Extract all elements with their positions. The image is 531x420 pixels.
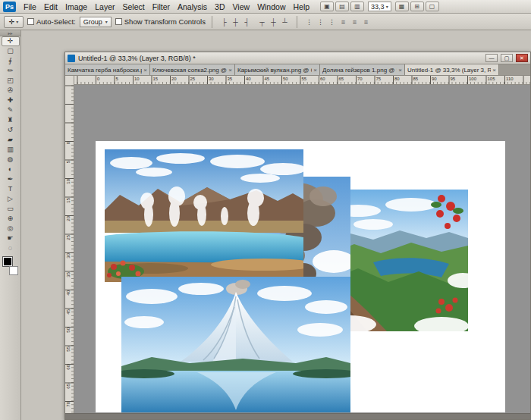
menu-item-3d[interactable]: 3D [211, 1, 228, 13]
type-tool[interactable]: T [2, 184, 20, 194]
menu-item-analysis[interactable]: Analysis [174, 1, 211, 13]
menu-item-help[interactable]: Help [289, 1, 313, 13]
tab-label: Камчатка герба наброски.png @ ... [68, 67, 142, 74]
tab-label: Untitled-1 @ 33,3% (Layer 3, RGB/8) [407, 67, 491, 74]
brush-tool[interactable]: ✎ [2, 105, 20, 115]
ruler-number: 30 [209, 77, 214, 81]
3d-rotate-tool[interactable]: ⊕ [2, 214, 20, 224]
ruler-number: 35 [66, 272, 71, 277]
background-color-swatch[interactable] [9, 266, 18, 275]
menu-item-window[interactable]: Window [253, 1, 289, 13]
menu-item-image[interactable]: Image [61, 1, 91, 13]
appbar-right-button-1[interactable]: ⊞ [410, 2, 424, 11]
align-button-4[interactable]: ┼ [268, 16, 279, 27]
path-selection-tool[interactable]: ▷ [2, 194, 20, 204]
appbar-left-button-0[interactable]: ▣ [320, 2, 334, 11]
chevron-down-icon: ▾ [105, 19, 108, 24]
tab-close-icon[interactable]: × [492, 67, 496, 74]
tab-close-icon[interactable]: × [398, 67, 402, 74]
ruler-number: 20 [171, 77, 177, 81]
auto-select-checkbox[interactable] [27, 18, 34, 25]
document-tab-1[interactable]: Ключевская сопка2.png @ 66,7 ...× [150, 64, 235, 75]
auto-select-target-dropdown[interactable]: Group ▾ [80, 17, 112, 27]
photoshop-logo-icon: Ps [3, 2, 16, 12]
clone-stamp-tool[interactable]: ♜ [2, 115, 20, 125]
zoom-level-field[interactable]: 33,3 ▾ [368, 2, 391, 11]
geysers-valley-photo[interactable] [105, 149, 303, 282]
distribute-button-2[interactable]: ⋮ [326, 16, 338, 27]
foreground-color-swatch[interactable] [3, 257, 12, 266]
align-button-2[interactable]: ┤ [241, 16, 253, 27]
distribute-button-3[interactable]: ≡ [338, 16, 349, 27]
show-transform-checkbox[interactable] [115, 18, 122, 25]
tab-close-icon[interactable]: × [313, 67, 317, 74]
distribute-group: ⋮⋮⋮≡≡≡ [303, 16, 372, 27]
close-button[interactable]: ✕ [516, 54, 528, 62]
document-tab-2[interactable]: Карымский вулкан.png @ 66,7% (...× [235, 64, 320, 75]
3d-orbit-tool[interactable]: ◎ [2, 224, 20, 234]
history-brush-tool[interactable]: ↺ [2, 125, 20, 135]
quick-selection-tool[interactable]: ✏ [2, 66, 20, 76]
distribute-button-0[interactable]: ⋮ [303, 16, 315, 27]
shape-tool[interactable]: ▭ [2, 204, 20, 214]
vertical-ruler[interactable]: 0510152025303540455055606570 [65, 85, 74, 413]
appbar-right-button-2[interactable]: ▢ [426, 2, 439, 11]
appbar-right-button-0[interactable]: ▦ [395, 2, 409, 11]
eyedropper-tool[interactable]: ✇ [2, 86, 20, 96]
zoom-tool[interactable]: ◌ [2, 243, 20, 253]
document-tab-3[interactable]: Долина гейзеров 1.png @ 50% (R...× [320, 64, 405, 75]
document-tab-0[interactable]: Камчатка герба наброски.png @ ...× [65, 64, 150, 75]
lasso-tool[interactable]: ∮ [2, 56, 20, 66]
healing-brush-tool[interactable]: ✚ [2, 96, 20, 105]
tab-label: Долина гейзеров 1.png @ 50% (R... [322, 67, 397, 74]
document-title-bar[interactable]: Untitled-1 @ 33,3% (Layer 3, RGB/8) * — … [65, 52, 530, 64]
document-viewport[interactable] [74, 85, 530, 413]
dodge-tool[interactable]: ◐ [2, 165, 20, 174]
minimize-button[interactable]: — [485, 54, 498, 62]
distribute-button-5[interactable]: ≡ [360, 16, 372, 27]
ruler-number: 5 [66, 161, 71, 163]
appbar-left-button-2[interactable]: ▥ [350, 2, 364, 11]
snowy-volcano-lake-photo[interactable] [121, 277, 350, 412]
toolbox-tools: ✛▢∮✏◰✇✚✎♜↺▰▥◍◐✒T▷▭⊕◎☛◌ [0, 36, 20, 253]
menu-item-edit[interactable]: Edit [40, 1, 61, 13]
restore-button[interactable]: ▢ [501, 54, 513, 62]
appbar-left-button-1[interactable]: ▤ [335, 2, 349, 11]
horizontal-ruler[interactable]: 0510152025303540455055606570758085909510… [74, 76, 530, 84]
rectangular-marquee-tool[interactable]: ▢ [2, 46, 20, 56]
canvas[interactable] [96, 141, 505, 412]
align-button-1[interactable]: ┼ [230, 16, 241, 27]
appbar-left-buttons: ▣▤▥ [319, 2, 365, 11]
tab-close-icon[interactable]: × [228, 67, 232, 74]
eraser-tool[interactable]: ▰ [2, 135, 20, 145]
ruler-number: 40 [66, 290, 71, 296]
align-button-3[interactable]: ┬ [256, 16, 268, 27]
ruler-number: 100 [469, 77, 476, 81]
menu-item-file[interactable]: File [20, 1, 40, 13]
menu-item-layer[interactable]: Layer [91, 1, 118, 13]
ruler-number: 10 [134, 77, 140, 81]
ruler-number: 0 [97, 77, 99, 81]
document-tab-4[interactable]: Untitled-1 @ 33,3% (Layer 3, RGB/8)× [405, 64, 499, 75]
distribute-button-4[interactable]: ≡ [349, 16, 360, 27]
appbar-right-buttons: ▦⊞▢ [394, 2, 440, 11]
tab-close-icon[interactable]: × [143, 67, 147, 74]
toolbox-grip[interactable]: ▸▸ [0, 30, 20, 36]
ruler-number: 5 [116, 77, 118, 81]
pen-tool[interactable]: ✒ [2, 174, 20, 184]
move-tool[interactable]: ✛ [2, 36, 20, 46]
menu-item-filter[interactable]: Filter [149, 1, 174, 13]
hand-tool[interactable]: ☛ [2, 234, 20, 243]
current-tool-badge[interactable]: ✛ ▾ [4, 16, 24, 28]
gradient-tool[interactable]: ▥ [2, 145, 20, 155]
menu-item-select[interactable]: Select [118, 1, 148, 13]
menu-item-view[interactable]: View [229, 1, 254, 13]
align-button-5[interactable]: ┴ [279, 16, 291, 27]
align-button-0[interactable]: ├ [218, 16, 230, 27]
ruler-number: 25 [190, 77, 196, 81]
ruler-row: 0510152025303540455055606570758085909510… [65, 76, 530, 85]
distribute-button-1[interactable]: ⋮ [315, 16, 326, 27]
crop-tool[interactable]: ◰ [2, 76, 20, 86]
blur-tool[interactable]: ◍ [2, 155, 20, 165]
menu-bar: Ps FileEditImageLayerSelectFilterAnalysi… [0, 0, 531, 14]
